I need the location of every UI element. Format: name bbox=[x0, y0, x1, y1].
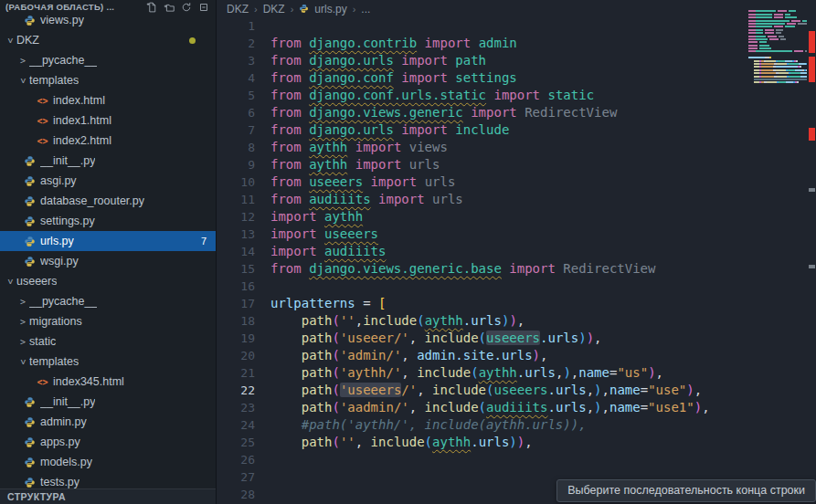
code-line[interactable]: 18 path('',include(aythh.urls)), bbox=[217, 312, 816, 330]
tree-item-init-py[interactable]: __init__.py bbox=[0, 392, 216, 412]
line-number[interactable]: 20 bbox=[217, 347, 255, 364]
code-line[interactable]: 10from useeers import urls bbox=[217, 173, 816, 191]
code-line[interactable]: 25 path('', include(aythh.urls)), bbox=[217, 434, 816, 451]
line-number[interactable]: 26 bbox=[217, 451, 255, 468]
line-number[interactable]: 17 bbox=[217, 295, 255, 312]
code-line[interactable]: 15from django.views.generic.base import … bbox=[217, 260, 816, 278]
code-line[interactable]: 19 path('useeer/', include(useeers.urls)… bbox=[217, 330, 816, 347]
tree-item-database-roouter-py[interactable]: database_roouter.py bbox=[0, 191, 216, 211]
tree-item-admin-py[interactable]: admin.py bbox=[0, 412, 216, 432]
code-line[interactable]: 16 bbox=[217, 278, 816, 295]
tree-item-asgi-py[interactable]: asgi.py bbox=[0, 171, 216, 191]
chevron-right-icon[interactable]: > bbox=[16, 56, 29, 66]
code-line[interactable]: 1 bbox=[217, 17, 816, 35]
code-line[interactable]: 4from django.conf import settings bbox=[217, 69, 816, 87]
chevron-right-icon[interactable]: > bbox=[16, 337, 29, 347]
code-line[interactable]: 17urlpatterns = [ bbox=[217, 295, 816, 312]
python-file-icon bbox=[24, 215, 36, 227]
line-number[interactable]: 9 bbox=[217, 156, 255, 173]
line-number[interactable]: 8 bbox=[217, 139, 255, 156]
tree-item-templates[interactable]: >templates bbox=[0, 70, 216, 90]
code-line[interactable]: 11from audiiits import urls bbox=[217, 191, 816, 208]
tree-item-urls-py[interactable]: urls.py7 bbox=[0, 231, 216, 251]
line-number[interactable]: 14 bbox=[217, 243, 255, 260]
minimap-line bbox=[748, 26, 807, 27]
line-number[interactable]: 28 bbox=[217, 486, 255, 503]
code-line[interactable]: 12import aythh bbox=[217, 208, 816, 226]
chevron-down-icon[interactable]: > bbox=[5, 34, 16, 47]
line-number[interactable]: 25 bbox=[217, 434, 255, 451]
breadcrumb[interactable]: DKZ›DKZ›urls.py›... bbox=[217, 0, 816, 17]
tree-item-apps-py[interactable]: apps.py bbox=[0, 432, 216, 452]
new-file-icon[interactable] bbox=[143, 0, 160, 14]
code-line[interactable]: 20 path('admin/', admin.site.urls), bbox=[217, 347, 816, 364]
tree-item-migrations[interactable]: >migrations bbox=[0, 311, 216, 331]
code-line[interactable]: 7from django.urls import include bbox=[217, 121, 816, 139]
code-line[interactable]: 5from django.conf.urls.static import sta… bbox=[217, 87, 816, 104]
breadcrumb-item[interactable]: urls.py bbox=[314, 3, 346, 16]
line-number[interactable]: 11 bbox=[217, 191, 255, 208]
breadcrumb-item[interactable]: ... bbox=[361, 3, 370, 16]
line-number[interactable]: 10 bbox=[217, 173, 255, 191]
line-number[interactable]: 24 bbox=[217, 416, 255, 434]
refresh-icon[interactable] bbox=[177, 0, 195, 14]
code-line[interactable]: 23 path('aadmin/', include(audiiits.urls… bbox=[217, 399, 816, 416]
tree-item-pycache[interactable]: >__pycache__ bbox=[0, 50, 216, 70]
tree-item-dkz[interactable]: >DKZ bbox=[0, 30, 216, 50]
tree-item-index345-html[interactable]: <>index345.html bbox=[0, 372, 216, 392]
outline-section-header[interactable]: СТРУКТУРА bbox=[0, 488, 216, 504]
line-number[interactable]: 23 bbox=[217, 399, 255, 416]
line-number[interactable]: 13 bbox=[217, 226, 255, 243]
code-line[interactable]: 22 path('useeers/', include(useeers.urls… bbox=[217, 382, 816, 399]
tree-item-settings-py[interactable]: settings.py bbox=[0, 211, 216, 231]
line-number[interactable]: 18 bbox=[217, 312, 255, 330]
tree-item-index2-html[interactable]: <>index2.html bbox=[0, 131, 216, 151]
tree-item-models-py[interactable]: models.py bbox=[0, 452, 216, 472]
tree-item-init-py[interactable]: __init__.py bbox=[0, 151, 216, 171]
tree-item-static[interactable]: >static bbox=[0, 331, 216, 352]
code-line[interactable]: 3from django.urls import path bbox=[217, 52, 816, 69]
line-number[interactable]: 6 bbox=[217, 104, 255, 121]
code-line[interactable]: 8from aythh import views bbox=[217, 139, 816, 156]
tree-item-index-html[interactable]: <>index.html bbox=[0, 90, 216, 110]
tree-item-wsgi-py[interactable]: wsgi.py bbox=[0, 251, 216, 271]
chevron-down-icon[interactable]: > bbox=[18, 74, 28, 87]
tree-item-index1-html[interactable]: <>index1.html bbox=[0, 110, 216, 131]
chevron-right-icon[interactable]: > bbox=[16, 297, 29, 307]
chevron-down-icon[interactable]: > bbox=[18, 355, 28, 368]
line-number[interactable]: 7 bbox=[217, 121, 255, 139]
line-number[interactable]: 5 bbox=[217, 87, 255, 104]
line-number[interactable]: 15 bbox=[217, 260, 255, 278]
code-line[interactable]: 13import useeers bbox=[217, 226, 816, 243]
line-number[interactable]: 27 bbox=[217, 468, 255, 486]
new-folder-icon[interactable] bbox=[160, 0, 177, 14]
line-number[interactable]: 3 bbox=[217, 52, 255, 69]
chevron-down-icon[interactable]: > bbox=[5, 275, 16, 288]
code-line[interactable]: 14import audiiits bbox=[217, 243, 816, 260]
code-area[interactable]: 12from django.contrib import admin3from … bbox=[217, 17, 816, 504]
code-line[interactable]: 26 bbox=[217, 451, 816, 468]
code-line[interactable]: 21 path('aythh/', include(aythh.urls,),n… bbox=[217, 364, 816, 382]
chevron-right-icon[interactable]: > bbox=[16, 317, 29, 327]
line-number[interactable]: 4 bbox=[217, 69, 255, 87]
line-number[interactable]: 22 bbox=[217, 382, 255, 399]
line-number[interactable]: 19 bbox=[217, 330, 255, 347]
code-line[interactable]: 24 #path('aythh/', include(aythh.urls)), bbox=[217, 416, 816, 434]
line-number[interactable]: 2 bbox=[217, 35, 255, 52]
tree-item-templates[interactable]: >templates bbox=[0, 352, 216, 372]
minimap[interactable] bbox=[748, 7, 807, 110]
collapse-all-icon[interactable] bbox=[195, 0, 212, 14]
breadcrumb-item[interactable]: DKZ bbox=[263, 3, 285, 16]
line-number[interactable]: 21 bbox=[217, 364, 255, 382]
minimap-line bbox=[748, 23, 807, 25]
line-number[interactable]: 16 bbox=[217, 278, 255, 295]
code-line[interactable]: 9from aythh import urls bbox=[217, 156, 816, 173]
breadcrumb-item[interactable]: DKZ bbox=[227, 3, 249, 16]
tree-item-useeers[interactable]: >useeers bbox=[0, 271, 216, 291]
line-number[interactable]: 1 bbox=[217, 17, 255, 35]
overview-ruler bbox=[808, 0, 816, 504]
code-line[interactable]: 6from django.views.generic import Redire… bbox=[217, 104, 816, 121]
line-number[interactable]: 12 bbox=[217, 208, 255, 226]
code-line[interactable]: 2from django.contrib import admin bbox=[217, 35, 816, 52]
tree-item-pycache[interactable]: >__pycache__ bbox=[0, 291, 216, 311]
